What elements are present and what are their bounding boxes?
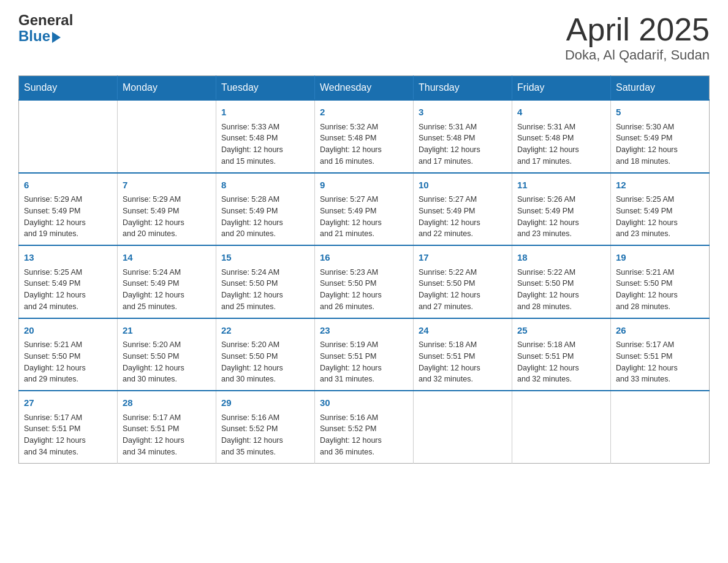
calendar-cell <box>414 391 512 463</box>
week-row-1: 1Sunrise: 5:33 AM Sunset: 5:48 PM Daylig… <box>19 100 710 173</box>
calendar-cell: 16Sunrise: 5:23 AM Sunset: 5:50 PM Dayli… <box>315 245 414 318</box>
day-number: 24 <box>419 324 507 338</box>
week-row-5: 27Sunrise: 5:17 AM Sunset: 5:51 PM Dayli… <box>19 391 710 463</box>
header-thursday: Thursday <box>414 76 512 101</box>
calendar-cell: 25Sunrise: 5:18 AM Sunset: 5:51 PM Dayli… <box>512 318 611 391</box>
calendar-cell: 4Sunrise: 5:31 AM Sunset: 5:48 PM Daylig… <box>512 100 611 173</box>
calendar-cell: 2Sunrise: 5:32 AM Sunset: 5:48 PM Daylig… <box>315 100 414 173</box>
day-number: 13 <box>24 251 112 265</box>
day-number: 4 <box>517 105 605 120</box>
calendar-cell: 5Sunrise: 5:30 AM Sunset: 5:49 PM Daylig… <box>611 100 710 173</box>
day-number: 8 <box>221 178 309 193</box>
day-info: Sunrise: 5:18 AM Sunset: 5:51 PM Dayligh… <box>517 339 605 385</box>
logo: General Blue <box>18 12 73 45</box>
day-info: Sunrise: 5:29 AM Sunset: 5:49 PM Dayligh… <box>24 194 112 240</box>
header-sunday: Sunday <box>19 76 118 101</box>
calendar-header: SundayMondayTuesdayWednesdayThursdayFrid… <box>19 76 710 101</box>
day-info: Sunrise: 5:17 AM Sunset: 5:51 PM Dayligh… <box>24 412 112 458</box>
calendar-cell: 23Sunrise: 5:19 AM Sunset: 5:51 PM Dayli… <box>315 318 414 391</box>
day-number: 12 <box>616 178 704 193</box>
page-header: General Blue April 2025 Doka, Al Qadarif… <box>18 12 710 63</box>
day-info: Sunrise: 5:25 AM Sunset: 5:49 PM Dayligh… <box>616 194 704 240</box>
calendar-cell: 19Sunrise: 5:21 AM Sunset: 5:50 PM Dayli… <box>611 245 710 318</box>
day-number: 25 <box>517 324 605 338</box>
day-number: 14 <box>123 251 211 265</box>
day-number: 9 <box>320 178 408 193</box>
day-info: Sunrise: 5:17 AM Sunset: 5:51 PM Dayligh… <box>123 412 211 458</box>
day-number: 26 <box>616 324 704 338</box>
day-number: 1 <box>221 105 309 120</box>
logo-blue-text: Blue <box>18 28 50 44</box>
calendar-subtitle: Doka, Al Qadarif, Sudan <box>565 47 710 63</box>
day-info: Sunrise: 5:31 AM Sunset: 5:48 PM Dayligh… <box>517 121 605 167</box>
day-info: Sunrise: 5:31 AM Sunset: 5:48 PM Dayligh… <box>419 121 507 167</box>
week-row-2: 6Sunrise: 5:29 AM Sunset: 5:49 PM Daylig… <box>19 173 710 246</box>
day-number: 21 <box>123 324 211 338</box>
calendar-cell: 1Sunrise: 5:33 AM Sunset: 5:48 PM Daylig… <box>216 100 315 173</box>
calendar-cell: 3Sunrise: 5:31 AM Sunset: 5:48 PM Daylig… <box>414 100 512 173</box>
day-info: Sunrise: 5:17 AM Sunset: 5:51 PM Dayligh… <box>616 339 704 385</box>
header-monday: Monday <box>118 76 216 101</box>
day-number: 23 <box>320 324 408 338</box>
day-number: 29 <box>221 396 309 410</box>
day-number: 6 <box>24 178 112 193</box>
calendar-cell: 14Sunrise: 5:24 AM Sunset: 5:49 PM Dayli… <box>118 245 216 318</box>
day-number: 15 <box>221 251 309 265</box>
calendar-cell: 26Sunrise: 5:17 AM Sunset: 5:51 PM Dayli… <box>611 318 710 391</box>
calendar-cell: 27Sunrise: 5:17 AM Sunset: 5:51 PM Dayli… <box>19 391 118 463</box>
header-saturday: Saturday <box>611 76 710 101</box>
day-info: Sunrise: 5:20 AM Sunset: 5:50 PM Dayligh… <box>123 339 211 385</box>
calendar-cell: 29Sunrise: 5:16 AM Sunset: 5:52 PM Dayli… <box>216 391 315 463</box>
calendar-cell: 21Sunrise: 5:20 AM Sunset: 5:50 PM Dayli… <box>118 318 216 391</box>
day-info: Sunrise: 5:29 AM Sunset: 5:49 PM Dayligh… <box>123 194 211 240</box>
day-number: 30 <box>320 396 408 410</box>
logo-general-text: General <box>18 12 73 28</box>
calendar-cell: 12Sunrise: 5:25 AM Sunset: 5:49 PM Dayli… <box>611 173 710 246</box>
day-info: Sunrise: 5:22 AM Sunset: 5:50 PM Dayligh… <box>419 267 507 313</box>
day-info: Sunrise: 5:22 AM Sunset: 5:50 PM Dayligh… <box>517 267 605 313</box>
day-number: 11 <box>517 178 605 193</box>
day-info: Sunrise: 5:24 AM Sunset: 5:49 PM Dayligh… <box>123 267 211 313</box>
calendar-cell: 9Sunrise: 5:27 AM Sunset: 5:49 PM Daylig… <box>315 173 414 246</box>
calendar-title: April 2025 <box>565 12 710 47</box>
day-info: Sunrise: 5:33 AM Sunset: 5:48 PM Dayligh… <box>221 121 309 167</box>
calendar-cell: 24Sunrise: 5:18 AM Sunset: 5:51 PM Dayli… <box>414 318 512 391</box>
day-number: 2 <box>320 105 408 120</box>
calendar-table: SundayMondayTuesdayWednesdayThursdayFrid… <box>18 75 710 464</box>
calendar-cell: 28Sunrise: 5:17 AM Sunset: 5:51 PM Dayli… <box>118 391 216 463</box>
week-row-4: 20Sunrise: 5:21 AM Sunset: 5:50 PM Dayli… <box>19 318 710 391</box>
day-info: Sunrise: 5:28 AM Sunset: 5:49 PM Dayligh… <box>221 194 309 240</box>
calendar-cell: 10Sunrise: 5:27 AM Sunset: 5:49 PM Dayli… <box>414 173 512 246</box>
logo-arrow-icon <box>52 32 61 43</box>
calendar-cell: 30Sunrise: 5:16 AM Sunset: 5:52 PM Dayli… <box>315 391 414 463</box>
day-info: Sunrise: 5:19 AM Sunset: 5:51 PM Dayligh… <box>320 339 408 385</box>
calendar-cell: 22Sunrise: 5:20 AM Sunset: 5:50 PM Dayli… <box>216 318 315 391</box>
calendar-cell: 20Sunrise: 5:21 AM Sunset: 5:50 PM Dayli… <box>19 318 118 391</box>
calendar-cell: 15Sunrise: 5:24 AM Sunset: 5:50 PM Dayli… <box>216 245 315 318</box>
day-number: 22 <box>221 324 309 338</box>
calendar-cell: 8Sunrise: 5:28 AM Sunset: 5:49 PM Daylig… <box>216 173 315 246</box>
calendar-cell <box>19 100 118 173</box>
day-info: Sunrise: 5:26 AM Sunset: 5:49 PM Dayligh… <box>517 194 605 240</box>
calendar-cell: 6Sunrise: 5:29 AM Sunset: 5:49 PM Daylig… <box>19 173 118 246</box>
day-number: 16 <box>320 251 408 265</box>
calendar-body: 1Sunrise: 5:33 AM Sunset: 5:48 PM Daylig… <box>19 100 710 463</box>
header-friday: Friday <box>512 76 611 101</box>
day-info: Sunrise: 5:16 AM Sunset: 5:52 PM Dayligh… <box>320 412 408 458</box>
calendar-cell: 7Sunrise: 5:29 AM Sunset: 5:49 PM Daylig… <box>118 173 216 246</box>
calendar-cell: 17Sunrise: 5:22 AM Sunset: 5:50 PM Dayli… <box>414 245 512 318</box>
day-info: Sunrise: 5:25 AM Sunset: 5:49 PM Dayligh… <box>24 267 112 313</box>
calendar-cell: 18Sunrise: 5:22 AM Sunset: 5:50 PM Dayli… <box>512 245 611 318</box>
day-number: 17 <box>419 251 507 265</box>
day-info: Sunrise: 5:32 AM Sunset: 5:48 PM Dayligh… <box>320 121 408 167</box>
header-wednesday: Wednesday <box>315 76 414 101</box>
day-number: 10 <box>419 178 507 193</box>
day-number: 19 <box>616 251 704 265</box>
header-tuesday: Tuesday <box>216 76 315 101</box>
day-info: Sunrise: 5:21 AM Sunset: 5:50 PM Dayligh… <box>24 339 112 385</box>
day-number: 27 <box>24 396 112 410</box>
calendar-cell <box>512 391 611 463</box>
day-info: Sunrise: 5:30 AM Sunset: 5:49 PM Dayligh… <box>616 121 704 167</box>
day-info: Sunrise: 5:16 AM Sunset: 5:52 PM Dayligh… <box>221 412 309 458</box>
day-info: Sunrise: 5:18 AM Sunset: 5:51 PM Dayligh… <box>419 339 507 385</box>
